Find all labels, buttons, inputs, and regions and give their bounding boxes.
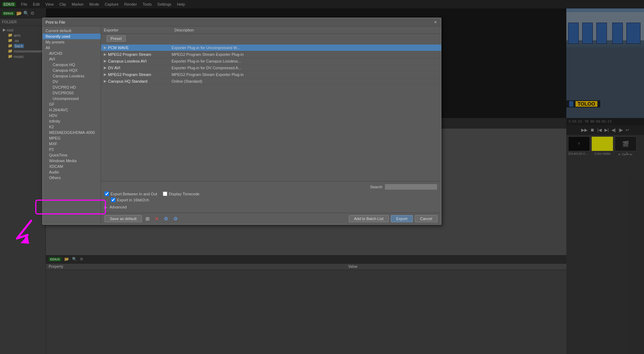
cancel-btn[interactable]: Cancel bbox=[415, 215, 437, 222]
export-arrow-1: ▶ bbox=[104, 52, 108, 57]
export-name-4: MPEG2 Program Stream bbox=[108, 72, 172, 77]
dialog-options: Search Export Between In and Out Display… bbox=[101, 181, 441, 213]
tree-quicktime[interactable]: QuickTime bbox=[43, 152, 101, 158]
tree-canopus-hq[interactable]: Canopus HQ bbox=[43, 62, 101, 67]
export-panel: Exporter Description Preset ▶ PCM WAVE E… bbox=[101, 26, 441, 224]
preset-btn[interactable]: Preset bbox=[107, 35, 126, 42]
tree-all[interactable]: All bbox=[43, 45, 101, 51]
save-default-btn[interactable]: Save as default bbox=[105, 215, 142, 222]
export-table-header: Exporter Description bbox=[101, 26, 441, 34]
export-name-1: MPEG2 Program Stream bbox=[108, 52, 172, 57]
tree-mxf[interactable]: MXF bbox=[43, 141, 101, 147]
advanced-arrow-icon: ▶ bbox=[105, 205, 107, 209]
tree-current-default[interactable]: Current default bbox=[43, 28, 101, 34]
advanced-row: ▶ Advanced bbox=[105, 203, 437, 211]
options-row-1: Export Between In and Out Display Timeco… bbox=[105, 191, 437, 196]
tree-k2[interactable]: K2 bbox=[43, 124, 101, 130]
dialog-body: Current default Recently used My presets… bbox=[43, 26, 441, 224]
dialog-footer: Save as default ⊞ ✕ ⚙ ⚙ Add to Batch Lis… bbox=[101, 213, 441, 224]
export-btn[interactable]: Export bbox=[391, 215, 413, 222]
tree-h264[interactable]: H.264/AVC bbox=[43, 107, 101, 113]
footer-icon-btn-3[interactable]: ⚙ bbox=[162, 215, 170, 222]
search-row: Search bbox=[105, 184, 437, 190]
export-16bit-checkbox[interactable] bbox=[111, 197, 115, 202]
tree-audio[interactable]: Audio bbox=[43, 169, 101, 175]
tree-dvcpro-hd[interactable]: DVCPRO HD bbox=[43, 84, 101, 90]
dialog-titlebar: Print to File × bbox=[43, 18, 441, 26]
tree-dvcpro50[interactable]: DVCPRO50 bbox=[43, 90, 101, 96]
export-desc-5: Online (Standard) bbox=[172, 79, 438, 83]
tree-mediaedge[interactable]: MEDIAEDGE/HDMA-4000 bbox=[43, 130, 101, 135]
export-desc-4: MPEG2 Program Stream Exporter Plug-in bbox=[172, 72, 438, 77]
tree-p2[interactable]: P2 bbox=[43, 147, 101, 152]
export-row-1[interactable]: ▶ MPEG2 Program Stream MPEG2 Program Str… bbox=[101, 51, 441, 58]
tree-hdv[interactable]: HDV bbox=[43, 113, 101, 118]
export-name-3: DV AVI bbox=[108, 66, 172, 70]
print-to-file-dialog: Print to File × Current default Recently… bbox=[42, 18, 441, 225]
tree-uncompressed[interactable]: Uncompressed bbox=[43, 96, 101, 101]
export-arrow-4: ▶ bbox=[104, 72, 108, 77]
export-row-0[interactable]: ▶ PCM WAVE Exporter Plug-in for Uncompre… bbox=[101, 45, 441, 51]
tree-canopus-lossless[interactable]: Canopus Lossless bbox=[43, 73, 101, 79]
export-row-2[interactable]: ▶ Canopus Lossless AVI Exporter Plug-in … bbox=[101, 58, 441, 65]
export-row-3[interactable]: ▶ DV AVI Exporter Plug-in for DV Compres… bbox=[101, 65, 441, 71]
export-16bit-label[interactable]: Export in 16bit/2ch bbox=[111, 197, 149, 202]
footer-icon-btn-1[interactable]: ⊞ bbox=[144, 215, 151, 222]
export-desc-0: Exporter Plug-in for Uncompressed W... bbox=[172, 46, 438, 50]
export-arrow-3: ▶ bbox=[104, 66, 108, 70]
export-name-2: Canopus Lossless AVI bbox=[108, 59, 172, 63]
tree-mpeg[interactable]: MPEG bbox=[43, 135, 101, 141]
export-row-4[interactable]: ▶ MPEG2 Program Stream MPEG2 Program Str… bbox=[101, 71, 441, 78]
tree-xdcam[interactable]: XDCAM bbox=[43, 164, 101, 169]
dialog-title: Print to File bbox=[46, 20, 65, 24]
export-desc-2: Exporter Plug-in for Canopus Lossless... bbox=[172, 59, 438, 63]
tree-avchd[interactable]: AVCHD bbox=[43, 51, 101, 56]
exporter-col-header: Exporter bbox=[104, 28, 174, 32]
tree-dv[interactable]: DV bbox=[43, 79, 101, 84]
search-label: Search bbox=[370, 185, 382, 189]
export-desc-3: Exporter Plug-in for DV Compressed A... bbox=[172, 66, 438, 70]
export-between-checkbox[interactable] bbox=[105, 191, 109, 196]
tree-my-presets[interactable]: My presets bbox=[43, 39, 101, 45]
export-arrow-0: ▶ bbox=[104, 46, 108, 50]
dialog-close-btn[interactable]: × bbox=[433, 19, 438, 25]
tree-recently-used[interactable]: Recently used bbox=[43, 34, 101, 39]
add-batch-btn[interactable]: Add to Batch List bbox=[349, 215, 389, 222]
export-arrow-5: ▶ bbox=[104, 79, 108, 83]
footer-icon-btn-4[interactable]: ⚙ bbox=[172, 215, 179, 222]
display-timecode-checkbox[interactable] bbox=[163, 191, 167, 196]
export-between-label[interactable]: Export Between In and Out bbox=[105, 191, 157, 196]
export-row-5[interactable]: ▶ Canopus HQ Standard Online (Standard) bbox=[101, 78, 441, 85]
tree-avi[interactable]: AVI bbox=[43, 56, 101, 62]
options-row-2: Export in 16bit/2ch bbox=[105, 197, 437, 202]
tree-gf[interactable]: GF bbox=[43, 101, 101, 107]
tree-infinity[interactable]: Infinity bbox=[43, 118, 101, 124]
export-name-5: Canopus HQ Standard bbox=[108, 79, 172, 83]
tree-others[interactable]: Others bbox=[43, 175, 101, 181]
dialog-overlay: Print to File × Current default Recently… bbox=[0, 0, 644, 354]
display-timecode-label[interactable]: Display Timecode bbox=[163, 191, 199, 196]
export-name-0: PCM WAVE bbox=[108, 46, 172, 50]
export-desc-1: MPEG2 Program Stream Exporter Plug-in bbox=[172, 52, 438, 57]
advanced-label[interactable]: Advanced bbox=[109, 205, 127, 209]
description-col-header: Description bbox=[174, 28, 438, 32]
export-list: ▶ PCM WAVE Exporter Plug-in for Uncompre… bbox=[101, 45, 441, 181]
footer-icon-btn-2[interactable]: ✕ bbox=[153, 215, 160, 222]
tree-windows-media[interactable]: Windows Media bbox=[43, 158, 101, 164]
tree-canopus-hqx[interactable]: Canopus HQX bbox=[43, 67, 101, 73]
search-input[interactable] bbox=[384, 184, 437, 190]
export-arrow-2: ▶ bbox=[104, 59, 108, 63]
dialog-tree-panel: Current default Recently used My presets… bbox=[43, 26, 101, 224]
